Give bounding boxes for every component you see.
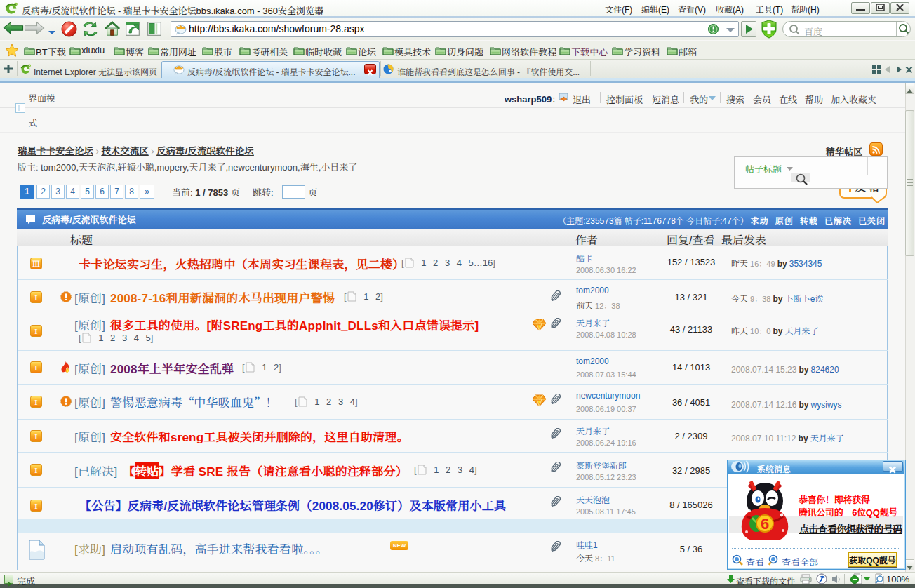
svg-text:6: 6 bbox=[761, 515, 769, 533]
